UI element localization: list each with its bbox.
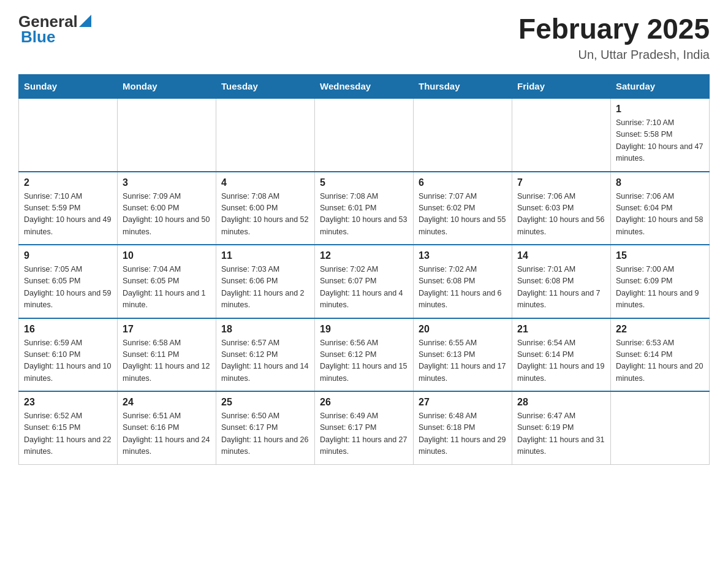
calendar-week-row: 2Sunrise: 7:10 AM Sunset: 5:59 PM Daylig…	[19, 172, 710, 245]
calendar-day-cell: 8Sunrise: 7:06 AM Sunset: 6:04 PM Daylig…	[611, 172, 710, 245]
month-year-title: February 2025	[518, 12, 710, 45]
day-info: Sunrise: 6:58 AM Sunset: 6:11 PM Dayligh…	[123, 337, 211, 385]
logo: General Blue	[18, 12, 91, 47]
calendar-day-cell: 27Sunrise: 6:48 AM Sunset: 6:18 PM Dayli…	[414, 391, 512, 464]
calendar-day-cell	[216, 98, 315, 172]
calendar-day-cell: 22Sunrise: 6:53 AM Sunset: 6:14 PM Dayli…	[611, 318, 710, 392]
day-of-week-header: Thursday	[414, 75, 512, 99]
day-number: 22	[616, 324, 704, 335]
title-block: February 2025 Un, Uttar Pradesh, India	[518, 12, 710, 62]
logo-blue-text: Blue	[18, 28, 55, 47]
calendar-day-cell: 4Sunrise: 7:08 AM Sunset: 6:00 PM Daylig…	[216, 172, 315, 245]
calendar-header-row: SundayMondayTuesdayWednesdayThursdayFrid…	[19, 75, 710, 99]
calendar-day-cell	[118, 98, 216, 172]
calendar-day-cell: 13Sunrise: 7:02 AM Sunset: 6:08 PM Dayli…	[414, 245, 512, 318]
day-number: 17	[123, 324, 211, 335]
day-of-week-header: Wednesday	[315, 75, 414, 99]
calendar-day-cell: 9Sunrise: 7:05 AM Sunset: 6:05 PM Daylig…	[19, 245, 118, 318]
calendar-week-row: 23Sunrise: 6:52 AM Sunset: 6:15 PM Dayli…	[19, 391, 710, 464]
calendar-day-cell: 24Sunrise: 6:51 AM Sunset: 6:16 PM Dayli…	[118, 391, 216, 464]
day-info: Sunrise: 6:49 AM Sunset: 6:17 PM Dayligh…	[320, 410, 408, 458]
day-info: Sunrise: 7:07 AM Sunset: 6:02 PM Dayligh…	[419, 191, 507, 239]
day-number: 26	[320, 397, 408, 408]
day-info: Sunrise: 7:03 AM Sunset: 6:06 PM Dayligh…	[221, 264, 309, 312]
day-info: Sunrise: 7:10 AM Sunset: 5:58 PM Dayligh…	[616, 117, 704, 165]
day-number: 25	[221, 397, 309, 408]
day-info: Sunrise: 7:01 AM Sunset: 6:08 PM Dayligh…	[517, 264, 605, 312]
calendar-day-cell: 26Sunrise: 6:49 AM Sunset: 6:17 PM Dayli…	[315, 391, 414, 464]
day-of-week-header: Monday	[118, 75, 216, 99]
day-info: Sunrise: 7:00 AM Sunset: 6:09 PM Dayligh…	[616, 264, 704, 312]
calendar-day-cell: 20Sunrise: 6:55 AM Sunset: 6:13 PM Dayli…	[414, 318, 512, 392]
calendar-table: SundayMondayTuesdayWednesdayThursdayFrid…	[18, 74, 710, 465]
day-number: 28	[517, 397, 605, 408]
day-number: 2	[24, 177, 112, 188]
day-info: Sunrise: 6:56 AM Sunset: 6:12 PM Dayligh…	[320, 337, 408, 385]
day-info: Sunrise: 6:57 AM Sunset: 6:12 PM Dayligh…	[221, 337, 309, 385]
day-number: 14	[517, 250, 605, 261]
calendar-day-cell: 23Sunrise: 6:52 AM Sunset: 6:15 PM Dayli…	[19, 391, 118, 464]
day-info: Sunrise: 6:54 AM Sunset: 6:14 PM Dayligh…	[517, 337, 605, 385]
day-info: Sunrise: 6:51 AM Sunset: 6:16 PM Dayligh…	[123, 410, 211, 458]
day-number: 7	[517, 177, 605, 188]
day-info: Sunrise: 7:06 AM Sunset: 6:03 PM Dayligh…	[517, 191, 605, 239]
day-number: 18	[221, 324, 309, 335]
calendar-day-cell: 17Sunrise: 6:58 AM Sunset: 6:11 PM Dayli…	[118, 318, 216, 392]
day-number: 16	[24, 324, 112, 335]
calendar-day-cell: 28Sunrise: 6:47 AM Sunset: 6:19 PM Dayli…	[512, 391, 611, 464]
calendar-day-cell: 5Sunrise: 7:08 AM Sunset: 6:01 PM Daylig…	[315, 172, 414, 245]
day-info: Sunrise: 7:08 AM Sunset: 6:01 PM Dayligh…	[320, 191, 408, 239]
calendar-week-row: 9Sunrise: 7:05 AM Sunset: 6:05 PM Daylig…	[19, 245, 710, 318]
calendar-day-cell: 15Sunrise: 7:00 AM Sunset: 6:09 PM Dayli…	[611, 245, 710, 318]
calendar-day-cell: 1Sunrise: 7:10 AM Sunset: 5:58 PM Daylig…	[611, 98, 710, 172]
day-info: Sunrise: 6:55 AM Sunset: 6:13 PM Dayligh…	[419, 337, 507, 385]
calendar-day-cell: 12Sunrise: 7:02 AM Sunset: 6:07 PM Dayli…	[315, 245, 414, 318]
day-number: 8	[616, 177, 704, 188]
day-number: 15	[616, 250, 704, 261]
day-info: Sunrise: 7:06 AM Sunset: 6:04 PM Dayligh…	[616, 191, 704, 239]
day-number: 10	[123, 250, 211, 261]
calendar-day-cell: 25Sunrise: 6:50 AM Sunset: 6:17 PM Dayli…	[216, 391, 315, 464]
day-of-week-header: Tuesday	[216, 75, 315, 99]
page-header: General Blue February 2025 Un, Uttar Pra…	[18, 12, 710, 62]
day-info: Sunrise: 6:48 AM Sunset: 6:18 PM Dayligh…	[419, 410, 507, 458]
calendar-day-cell	[315, 98, 414, 172]
day-info: Sunrise: 6:52 AM Sunset: 6:15 PM Dayligh…	[24, 410, 112, 458]
calendar-week-row: 16Sunrise: 6:59 AM Sunset: 6:10 PM Dayli…	[19, 318, 710, 392]
day-info: Sunrise: 6:53 AM Sunset: 6:14 PM Dayligh…	[616, 337, 704, 385]
calendar-week-row: 1Sunrise: 7:10 AM Sunset: 5:58 PM Daylig…	[19, 98, 710, 172]
day-info: Sunrise: 7:09 AM Sunset: 6:00 PM Dayligh…	[123, 191, 211, 239]
calendar-day-cell: 14Sunrise: 7:01 AM Sunset: 6:08 PM Dayli…	[512, 245, 611, 318]
calendar-day-cell: 19Sunrise: 6:56 AM Sunset: 6:12 PM Dayli…	[315, 318, 414, 392]
day-number: 4	[221, 177, 309, 188]
day-number: 21	[517, 324, 605, 335]
day-number: 5	[320, 177, 408, 188]
calendar-day-cell: 3Sunrise: 7:09 AM Sunset: 6:00 PM Daylig…	[118, 172, 216, 245]
calendar-day-cell	[512, 98, 611, 172]
day-of-week-header: Friday	[512, 75, 611, 99]
calendar-day-cell: 6Sunrise: 7:07 AM Sunset: 6:02 PM Daylig…	[414, 172, 512, 245]
day-of-week-header: Saturday	[611, 75, 710, 99]
day-number: 19	[320, 324, 408, 335]
calendar-day-cell: 10Sunrise: 7:04 AM Sunset: 6:05 PM Dayli…	[118, 245, 216, 318]
calendar-day-cell: 18Sunrise: 6:57 AM Sunset: 6:12 PM Dayli…	[216, 318, 315, 392]
day-number: 20	[419, 324, 507, 335]
day-info: Sunrise: 6:47 AM Sunset: 6:19 PM Dayligh…	[517, 410, 605, 458]
logo-triangle-icon	[79, 15, 91, 27]
day-info: Sunrise: 7:08 AM Sunset: 6:00 PM Dayligh…	[221, 191, 309, 239]
svg-marker-0	[79, 15, 91, 27]
day-number: 9	[24, 250, 112, 261]
day-number: 13	[419, 250, 507, 261]
day-info: Sunrise: 7:02 AM Sunset: 6:08 PM Dayligh…	[419, 264, 507, 312]
day-info: Sunrise: 7:10 AM Sunset: 5:59 PM Dayligh…	[24, 191, 112, 239]
calendar-day-cell: 2Sunrise: 7:10 AM Sunset: 5:59 PM Daylig…	[19, 172, 118, 245]
day-of-week-header: Sunday	[19, 75, 118, 99]
calendar-day-cell: 21Sunrise: 6:54 AM Sunset: 6:14 PM Dayli…	[512, 318, 611, 392]
location-subtitle: Un, Uttar Pradesh, India	[518, 48, 710, 62]
day-number: 3	[123, 177, 211, 188]
calendar-day-cell: 11Sunrise: 7:03 AM Sunset: 6:06 PM Dayli…	[216, 245, 315, 318]
day-info: Sunrise: 7:04 AM Sunset: 6:05 PM Dayligh…	[123, 264, 211, 312]
day-number: 1	[616, 104, 704, 115]
day-number: 12	[320, 250, 408, 261]
calendar-day-cell: 7Sunrise: 7:06 AM Sunset: 6:03 PM Daylig…	[512, 172, 611, 245]
